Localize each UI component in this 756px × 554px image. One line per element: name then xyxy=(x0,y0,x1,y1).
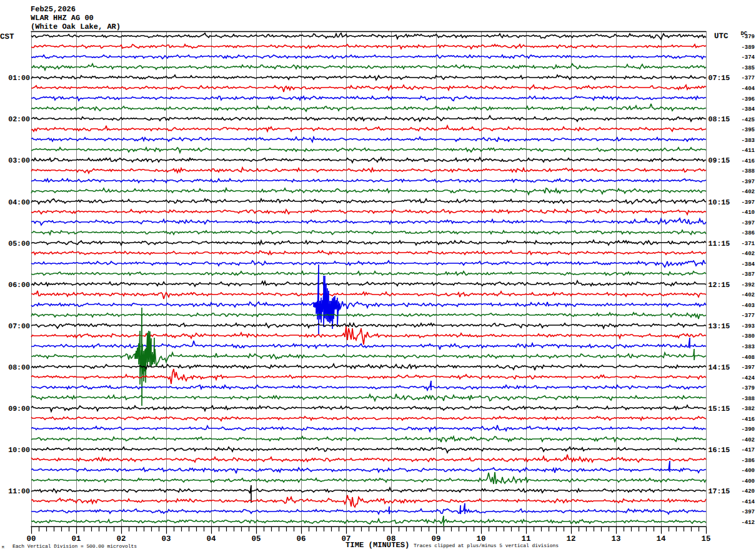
svg-text:-392: -392 xyxy=(741,282,755,288)
svg-text:10:00: 10:00 xyxy=(8,446,30,455)
svg-text:04: 04 xyxy=(207,535,216,543)
svg-text:-386: -386 xyxy=(741,458,755,464)
svg-text:-416: -416 xyxy=(741,158,755,164)
svg-text:09: 09 xyxy=(432,535,441,543)
svg-text:09:15: 09:15 xyxy=(709,157,730,165)
svg-text:-410: -410 xyxy=(741,209,755,216)
svg-text:-390: -390 xyxy=(741,426,755,433)
svg-text:11:00: 11:00 xyxy=(8,488,30,496)
svg-text:02: 02 xyxy=(117,535,126,543)
svg-text:-379: -379 xyxy=(741,34,755,40)
svg-text:03: 03 xyxy=(162,535,171,543)
svg-text:13:15: 13:15 xyxy=(709,323,730,331)
svg-text:09:00: 09:00 xyxy=(8,405,30,413)
svg-text:-382: -382 xyxy=(741,406,755,412)
svg-text:CST: CST xyxy=(0,33,14,41)
svg-text:-397: -397 xyxy=(741,509,755,515)
svg-text:-420: -420 xyxy=(741,488,755,495)
svg-text:-425: -425 xyxy=(741,117,755,123)
svg-text:-377: -377 xyxy=(741,313,755,319)
svg-text:-404: -404 xyxy=(741,86,755,92)
svg-text:-396: -396 xyxy=(741,96,755,103)
svg-text:-384: -384 xyxy=(741,106,755,113)
svg-text:-379: -379 xyxy=(741,385,755,391)
svg-text:12: 12 xyxy=(567,535,576,543)
svg-text:-377: -377 xyxy=(741,75,755,81)
svg-text:06:00: 06:00 xyxy=(8,281,30,290)
svg-text:07:00: 07:00 xyxy=(8,323,30,331)
svg-text:-402: -402 xyxy=(741,189,755,195)
svg-text:00: 00 xyxy=(27,535,36,543)
svg-text:15:15: 15:15 xyxy=(709,405,730,413)
svg-text:07:15: 07:15 xyxy=(709,74,730,83)
svg-text:10: 10 xyxy=(477,535,486,543)
svg-text:05:00: 05:00 xyxy=(8,240,30,248)
svg-text:-371: -371 xyxy=(741,241,755,247)
svg-text:-403: -403 xyxy=(741,303,755,309)
svg-text:-412: -412 xyxy=(741,520,755,526)
svg-text:WLAR HHZ AG 00: WLAR HHZ AG 00 xyxy=(31,14,94,23)
svg-text:-400: -400 xyxy=(741,478,755,485)
svg-text:-402: -402 xyxy=(741,292,755,298)
svg-text:-424: -424 xyxy=(741,375,755,381)
svg-text:-397: -397 xyxy=(741,179,755,185)
svg-text:-385: -385 xyxy=(741,65,755,71)
svg-text:-380: -380 xyxy=(741,333,755,340)
svg-text:04:00: 04:00 xyxy=(8,199,30,207)
svg-text:12:15: 12:15 xyxy=(709,281,730,290)
svg-text:-388: -388 xyxy=(741,168,755,174)
svg-text:-411: -411 xyxy=(741,148,755,154)
svg-text:-400: -400 xyxy=(741,468,755,474)
svg-text:-395: -395 xyxy=(741,127,755,133)
svg-text:10:15: 10:15 xyxy=(709,199,730,207)
svg-text:14: 14 xyxy=(657,535,666,543)
svg-text:-397: -397 xyxy=(741,220,755,226)
svg-text:Traces clipped at plus/minus 5: Traces clipped at plus/minus 5 vertical … xyxy=(414,543,559,549)
svg-text:-383: -383 xyxy=(741,344,755,350)
svg-text:11: 11 xyxy=(522,535,531,543)
svg-text:02:00: 02:00 xyxy=(8,116,30,124)
svg-text:Feb25,2026: Feb25,2026 xyxy=(31,5,76,14)
svg-text:-414: -414 xyxy=(741,499,755,505)
svg-text:-397: -397 xyxy=(741,199,755,206)
svg-text:06: 06 xyxy=(297,535,306,543)
svg-text:(White Oak Lake, AR): (White Oak Lake, AR) xyxy=(31,23,121,31)
svg-text:03:00: 03:00 xyxy=(8,157,30,165)
svg-text:TIME (MINUTES): TIME (MINUTES) xyxy=(346,541,409,550)
svg-text:-397: -397 xyxy=(741,365,755,371)
svg-text:08:00: 08:00 xyxy=(8,364,30,372)
svg-text:-387: -387 xyxy=(741,271,755,278)
svg-text:-384: -384 xyxy=(741,261,755,268)
svg-text:08:15: 08:15 xyxy=(709,116,730,124)
svg-text:11:15: 11:15 xyxy=(709,240,730,248)
svg-text:-416: -416 xyxy=(741,416,755,423)
svg-text:16:15: 16:15 xyxy=(709,446,730,455)
svg-text:M: M xyxy=(2,545,4,550)
svg-text:05: 05 xyxy=(252,535,261,543)
svg-text:-388: -388 xyxy=(741,396,755,402)
svg-text:14:15: 14:15 xyxy=(709,364,730,372)
svg-text:-386: -386 xyxy=(741,230,755,236)
svg-text:-393: -393 xyxy=(741,323,755,330)
svg-text:-408: -408 xyxy=(741,355,755,361)
svg-text:-417: -417 xyxy=(741,447,755,453)
svg-text:15: 15 xyxy=(702,535,711,543)
svg-text:13: 13 xyxy=(612,535,621,543)
svg-text:-383: -383 xyxy=(741,138,755,144)
svg-text:01: 01 xyxy=(72,535,81,543)
svg-text:Each Vertical Division = 500.: Each Vertical Division = 500.00 microvol… xyxy=(12,544,137,550)
svg-text:01:00: 01:00 xyxy=(8,74,30,83)
svg-text:17:15: 17:15 xyxy=(709,488,730,496)
svg-text:-389: -389 xyxy=(741,44,755,51)
svg-text:UTC: UTC xyxy=(714,32,729,41)
svg-text:-402: -402 xyxy=(741,437,755,443)
svg-text:-374: -374 xyxy=(741,54,755,61)
svg-text:-402: -402 xyxy=(741,251,755,257)
